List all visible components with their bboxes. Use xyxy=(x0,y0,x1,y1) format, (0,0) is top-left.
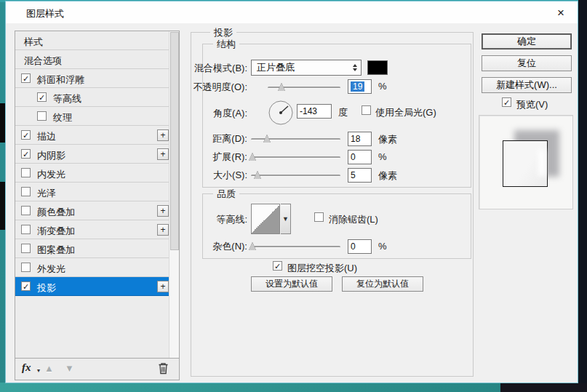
sidebar-item[interactable]: 颜色叠加+ xyxy=(15,201,179,220)
opacity-label: 不透明度(O): xyxy=(167,81,247,94)
add-effect-button[interactable]: + xyxy=(157,281,169,292)
sidebar-item[interactable]: 内发光 xyxy=(15,164,179,183)
angle-label: 角度(A): xyxy=(167,107,247,120)
effects-toolbar: fx ▾ ▲ ▼ xyxy=(15,359,180,380)
item-checkbox[interactable]: ✓ xyxy=(37,92,47,102)
noise-label: 杂色(N): xyxy=(167,240,247,253)
item-checkbox[interactable] xyxy=(21,168,31,177)
sidebar-item-label: 内发光 xyxy=(37,168,65,181)
sidebar-item[interactable]: ✓斜面和浮雕 xyxy=(15,69,179,88)
sidebar-item[interactable]: 图案叠加 xyxy=(15,239,179,258)
size-label: 大小(S): xyxy=(167,169,247,182)
item-checkbox[interactable] xyxy=(21,263,31,272)
contour-dropdown-icon[interactable]: ▼ xyxy=(281,204,291,234)
move-up-icon[interactable]: ▲ xyxy=(44,363,54,374)
opacity-unit: % xyxy=(378,81,387,92)
sidebar-item[interactable]: ✓内阴影+ xyxy=(15,145,179,164)
sidebar-item-label: 外发光 xyxy=(37,263,65,276)
spread-label: 扩展(R): xyxy=(167,151,247,164)
fx-icon[interactable]: fx xyxy=(22,361,31,374)
dialog-titlebar[interactable]: 图层样式 × xyxy=(6,1,578,23)
style-effects-list: 样式混合选项✓斜面和浮雕✓等高线纹理✓描边+✓内阴影+内发光光泽颜色叠加+渐变叠… xyxy=(15,31,180,359)
reset-button[interactable]: 复位 xyxy=(482,55,572,71)
knockout-label: 图层挖空投影(U) xyxy=(287,262,357,275)
angle-unit: 度 xyxy=(338,106,348,119)
sidebar-item[interactable]: 纹理 xyxy=(15,107,179,126)
size-unit: 像素 xyxy=(378,169,397,183)
spread-unit: % xyxy=(378,151,387,162)
dialog-title: 图层样式 xyxy=(26,7,64,20)
item-checkbox[interactable] xyxy=(21,187,31,196)
preview-square xyxy=(503,140,548,187)
size-input[interactable]: 5 xyxy=(348,168,372,183)
item-checkbox[interactable]: ✓ xyxy=(21,281,31,291)
noise-unit: % xyxy=(378,241,387,252)
antialias-checkbox[interactable] xyxy=(314,212,324,222)
desktop-background xyxy=(500,383,587,392)
make-default-button[interactable]: 设置为默认值 xyxy=(251,276,332,292)
global-light-checkbox[interactable] xyxy=(362,105,371,115)
distance-slider[interactable] xyxy=(251,134,340,143)
sidebar-item-label: 图案叠加 xyxy=(37,244,75,257)
item-checkbox[interactable]: ✓ xyxy=(21,73,31,83)
item-checkbox[interactable] xyxy=(21,206,31,215)
opacity-input[interactable]: 19 xyxy=(348,79,372,94)
sidebar-item[interactable]: ✓描边+ xyxy=(15,126,179,145)
opacity-slider[interactable] xyxy=(268,82,340,92)
angle-dial[interactable] xyxy=(268,100,294,129)
trash-icon[interactable] xyxy=(158,362,169,377)
spread-slider[interactable] xyxy=(251,152,340,161)
preview-checkbox[interactable]: ✓ xyxy=(502,97,511,107)
blend-mode-label: 混合模式(B): xyxy=(167,62,247,75)
blend-mode-value: 正片叠底 xyxy=(252,61,349,74)
layer-style-dialog: 图层样式 × 样式混合选项✓斜面和浮雕✓等高线纹理✓描边+✓内阴影+内发光光泽颜… xyxy=(6,1,578,383)
distance-input[interactable]: 18 xyxy=(348,132,372,146)
sidebar-item[interactable]: 混合选项 xyxy=(15,50,179,69)
sidebar-item-label: 等高线 xyxy=(53,92,81,105)
sidebar-item[interactable]: 光泽 xyxy=(15,183,179,201)
structure-group-title: 结构 xyxy=(213,38,239,51)
ok-button[interactable]: 确定 xyxy=(482,33,572,49)
sidebar-item[interactable]: 渐变叠加+ xyxy=(15,220,179,239)
reset-default-button[interactable]: 复位为默认值 xyxy=(342,276,423,292)
sidebar-item[interactable]: 样式 xyxy=(15,31,179,50)
sidebar-list: 样式混合选项✓斜面和浮雕✓等高线纹理✓描边+✓内阴影+内发光光泽颜色叠加+渐变叠… xyxy=(15,31,179,296)
spread-input[interactable]: 0 xyxy=(348,150,372,164)
knockout-checkbox[interactable]: ✓ xyxy=(273,261,282,271)
antialias-label: 消除锯齿(L) xyxy=(329,213,378,226)
sidebar-item[interactable]: ✓等高线 xyxy=(15,88,179,107)
select-spinner-icon xyxy=(349,64,361,71)
item-checkbox[interactable] xyxy=(37,111,47,121)
noise-input[interactable]: 0 xyxy=(348,239,372,254)
item-checkbox[interactable] xyxy=(21,225,31,234)
close-icon[interactable]: × xyxy=(550,4,572,22)
noise-slider[interactable] xyxy=(251,241,340,251)
item-checkbox[interactable] xyxy=(21,244,31,253)
sidebar-item-label: 光泽 xyxy=(37,187,56,200)
shadow-color-swatch[interactable] xyxy=(367,60,388,75)
sidebar-item-label: 颜色叠加 xyxy=(37,206,75,219)
distance-label: 距离(D): xyxy=(167,132,247,145)
item-checkbox[interactable]: ✓ xyxy=(21,149,31,159)
fx-dropdown-icon[interactable]: ▾ xyxy=(37,367,40,374)
sidebar-item[interactable]: ✓投影+ xyxy=(15,277,179,296)
sidebar-item-label: 样式 xyxy=(24,36,43,49)
sidebar-item-label: 内阴影 xyxy=(37,149,65,162)
desktop-background xyxy=(0,383,587,392)
sidebar-item-label: 投影 xyxy=(37,281,56,295)
contour-picker[interactable] xyxy=(251,204,280,234)
item-checkbox[interactable]: ✓ xyxy=(21,130,31,140)
blend-mode-select[interactable]: 正片叠底 xyxy=(251,60,362,76)
new-style-button[interactable]: 新建样式(W)... xyxy=(482,77,572,93)
desktop-background xyxy=(578,0,587,383)
angle-input[interactable]: -143 xyxy=(297,104,332,119)
distance-unit: 像素 xyxy=(378,133,397,146)
sidebar-item-label: 渐变叠加 xyxy=(37,225,75,238)
sidebar-item-label: 混合选项 xyxy=(24,55,62,68)
sidebar-item-label: 纹理 xyxy=(53,111,72,124)
sidebar-item-label: 斜面和浮雕 xyxy=(37,73,84,87)
size-slider[interactable] xyxy=(251,170,340,180)
global-light-label: 使用全局光(G) xyxy=(375,106,436,119)
move-down-icon[interactable]: ▼ xyxy=(65,363,74,374)
sidebar-item[interactable]: 外发光 xyxy=(15,258,179,277)
